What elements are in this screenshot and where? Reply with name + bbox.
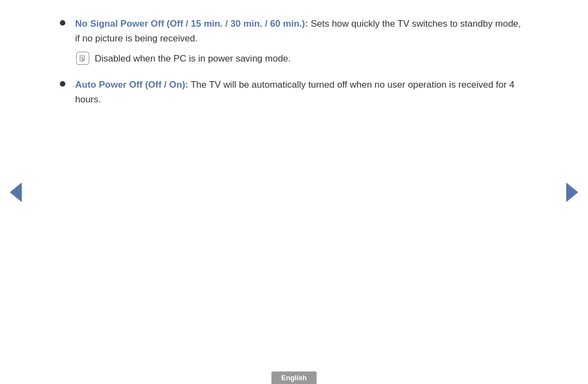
note-block: Disabled when the PC is in power saving … — [76, 51, 528, 66]
list-item: No Signal Power Off (Off / 15 min. / 30 … — [60, 16, 528, 66]
item-content: No Signal Power Off (Off / 15 min. / 30 … — [75, 16, 528, 66]
bullet-dot — [60, 20, 65, 26]
next-arrow-icon[interactable] — [566, 182, 578, 202]
feature-highlight: No Signal Power Off (Off / 15 min. / 30 … — [75, 19, 308, 29]
item-content: Auto Power Off (Off / On): The TV will b… — [75, 77, 528, 107]
prev-arrow-icon[interactable] — [10, 182, 22, 202]
feature-list: No Signal Power Off (Off / 15 min. / 30 … — [60, 16, 528, 107]
bullet-dot — [60, 81, 65, 87]
feature-highlight: Auto Power Off (Off / On): — [75, 80, 188, 90]
content-area: No Signal Power Off (Off / 15 min. / 30 … — [60, 16, 528, 118]
language-badge: English — [272, 371, 317, 384]
list-item: Auto Power Off (Off / On): The TV will b… — [60, 77, 528, 107]
note-icon — [76, 52, 89, 65]
note-text: Disabled when the PC is in power saving … — [95, 51, 291, 66]
